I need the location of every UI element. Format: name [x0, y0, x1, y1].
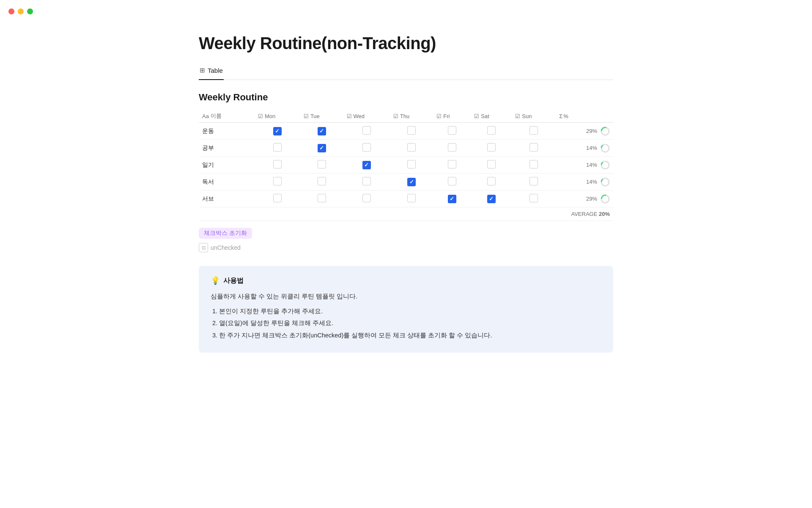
unchecked-box[interactable] [362, 126, 371, 135]
unchecked-box[interactable] [448, 143, 456, 152]
table-row: 운동29% [199, 123, 613, 140]
percent-cell-0: 29% [556, 123, 613, 140]
unchecked-box[interactable] [529, 160, 538, 168]
percent-cell-3: 14% [556, 174, 613, 190]
checkbox-r1-c5[interactable] [471, 140, 512, 157]
col-check-mon-icon: ☑ [258, 113, 263, 119]
checkbox-r1-c1[interactable] [300, 140, 343, 157]
checkbox-r2-c4[interactable] [433, 157, 471, 174]
checkbox-r3-c5[interactable] [471, 174, 512, 190]
traffic-light-yellow[interactable] [18, 8, 24, 14]
tab-table[interactable]: ⊞ Table [199, 63, 224, 80]
checkbox-r0-c5[interactable] [471, 123, 512, 140]
checked-box[interactable] [318, 144, 326, 152]
reset-badge-button[interactable]: 체크박스 초기화 [199, 228, 252, 239]
unchecked-box[interactable] [273, 177, 282, 185]
checkbox-r1-c3[interactable] [390, 140, 433, 157]
checkbox-r0-c0[interactable] [255, 123, 300, 140]
checkbox-r2-c6[interactable] [512, 157, 556, 174]
percent-text-2: 14% [586, 162, 597, 168]
checkbox-r4-c6[interactable] [512, 190, 556, 207]
checkbox-r1-c0[interactable] [255, 140, 300, 157]
checkbox-r1-c2[interactable] [343, 140, 390, 157]
checkbox-r2-c1[interactable] [300, 157, 343, 174]
checked-box[interactable] [362, 161, 371, 169]
unchecked-box[interactable] [362, 143, 371, 152]
checkbox-r3-c4[interactable] [433, 174, 471, 190]
unchecked-box[interactable] [273, 160, 282, 168]
unchecked-box[interactable] [529, 126, 538, 135]
checked-box[interactable] [273, 127, 282, 135]
unchecked-box[interactable] [448, 177, 456, 185]
col-header-mon: ☑ Mon [255, 110, 300, 123]
checkbox-r3-c2[interactable] [343, 174, 390, 190]
donut-chart-4 [601, 194, 610, 204]
checked-box[interactable] [407, 178, 416, 186]
col-header-tue: ☑ Tue [300, 110, 343, 123]
checkbox-r1-c6[interactable] [512, 140, 556, 157]
unchecked-box[interactable] [487, 177, 496, 185]
checkbox-r3-c6[interactable] [512, 174, 556, 190]
checkbox-r0-c4[interactable] [433, 123, 471, 140]
traffic-light-green[interactable] [27, 8, 33, 14]
average-row: AVERAGE 20% [199, 207, 613, 221]
table-wrapper: Aa 이름 ☑ Mon ☑ Tue [199, 110, 613, 221]
tab-bar: ⊞ Table [199, 63, 613, 80]
unchecked-box[interactable] [529, 177, 538, 185]
checkbox-r2-c5[interactable] [471, 157, 512, 174]
checkbox-r0-c3[interactable] [390, 123, 433, 140]
checkbox-r4-c5[interactable] [471, 190, 512, 207]
unchecked-box[interactable] [273, 143, 282, 152]
checkbox-r0-c6[interactable] [512, 123, 556, 140]
checkbox-r2-c0[interactable] [255, 157, 300, 174]
table-row: 독서14% [199, 174, 613, 190]
unchecked-box[interactable] [529, 143, 538, 152]
unchecked-box[interactable] [448, 126, 456, 135]
table-row: 공부14% [199, 140, 613, 157]
row-name-2: 일기 [199, 157, 255, 174]
unchecked-box[interactable] [407, 194, 416, 202]
checkbox-r4-c3[interactable] [390, 190, 433, 207]
callout-steps: 1. 본인이 지정한 루틴을 추가해 주세요. 2. 열(요일)에 달성한 루틴… [211, 306, 601, 341]
donut-chart-2 [601, 160, 610, 170]
callout-step-3: 3. 한 주가 지나면 체크박스 초기화(unChecked)를 실행하여 모든… [212, 330, 601, 341]
unchecked-box[interactable] [318, 194, 326, 202]
unchecked-box[interactable] [529, 194, 538, 202]
checkbox-r4-c2[interactable] [343, 190, 390, 207]
unchecked-box[interactable] [318, 177, 326, 185]
unchecked-box[interactable] [487, 160, 496, 168]
checkbox-r2-c2[interactable] [343, 157, 390, 174]
checkbox-r0-c1[interactable] [300, 123, 343, 140]
unchecked-box[interactable] [318, 160, 326, 168]
unchecked-box[interactable] [487, 143, 496, 152]
checkbox-r4-c0[interactable] [255, 190, 300, 207]
col-check-sat-icon: ☑ [474, 113, 479, 119]
unchecked-box[interactable] [362, 194, 371, 202]
unchecked-link[interactable]: ⊡ unChecked [199, 243, 613, 252]
unchecked-box[interactable] [362, 177, 371, 185]
percent-text-4: 29% [586, 196, 597, 202]
traffic-light-red[interactable] [8, 8, 14, 14]
checkbox-r4-c4[interactable] [433, 190, 471, 207]
col-label-sat: Sat [481, 113, 489, 119]
checkbox-r3-c0[interactable] [255, 174, 300, 190]
checked-box[interactable] [318, 127, 326, 135]
checkbox-r0-c2[interactable] [343, 123, 390, 140]
checkbox-r2-c3[interactable] [390, 157, 433, 174]
unchecked-box[interactable] [407, 160, 416, 168]
unchecked-box[interactable] [407, 143, 416, 152]
checkbox-r4-c1[interactable] [300, 190, 343, 207]
checkbox-r3-c3[interactable] [390, 174, 433, 190]
checkbox-r3-c1[interactable] [300, 174, 343, 190]
checked-box[interactable] [487, 195, 496, 203]
unchecked-box[interactable] [448, 160, 456, 168]
unchecked-box[interactable] [273, 194, 282, 202]
unchecked-box[interactable] [487, 126, 496, 135]
callout-header: 💡 사용법 [211, 276, 601, 285]
checked-box[interactable] [448, 195, 456, 203]
checkbox-r1-c4[interactable] [433, 140, 471, 157]
col-header-fri: ☑ Fri [433, 110, 471, 123]
callout-title: 사용법 [223, 276, 244, 285]
unchecked-box[interactable] [407, 126, 416, 135]
percent-text-1: 14% [586, 145, 597, 151]
